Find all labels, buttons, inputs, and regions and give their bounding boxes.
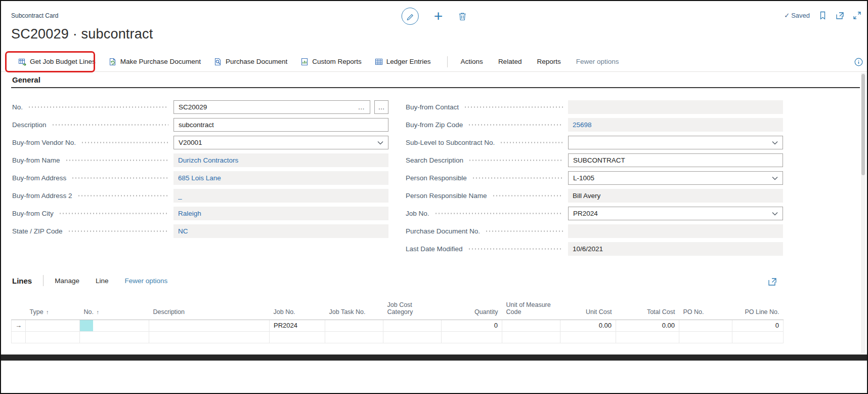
- lines-header-divider: [43, 275, 44, 286]
- cell-no[interactable]: [80, 320, 149, 331]
- column-header-po-no[interactable]: PO No.: [679, 299, 732, 320]
- cell-job-task-no[interactable]: [325, 331, 383, 343]
- lines-heading[interactable]: Lines: [12, 277, 32, 285]
- column-header-description[interactable]: Description: [149, 299, 270, 320]
- cell-quantity[interactable]: [442, 331, 502, 343]
- lines-tab-line[interactable]: Line: [96, 277, 109, 285]
- field-value: SC20029: [179, 103, 355, 111]
- dotted-leader: [485, 230, 563, 232]
- menu-fewer-options[interactable]: Fewer options: [576, 58, 619, 65]
- field-buy-from-city: Buy-from City Raleigh: [12, 207, 388, 220]
- dotted-leader: [492, 195, 563, 196]
- field-label: State / ZIP Code: [12, 227, 63, 235]
- assist-edit-button[interactable]: …: [374, 100, 388, 114]
- cell-quantity[interactable]: 0: [442, 320, 502, 331]
- job-no-select[interactable]: PR2024: [568, 207, 783, 220]
- cell-unit-cost[interactable]: 0.00: [560, 320, 616, 331]
- focus-mode-button[interactable]: [853, 12, 861, 19]
- column-header-quantity[interactable]: Quantity: [442, 299, 502, 320]
- field-search-description: Search Description SUBCONTRACT: [406, 153, 783, 167]
- cell-unit-cost[interactable]: [560, 331, 616, 343]
- cell-type[interactable]: [26, 331, 80, 343]
- field-label: Purchase Document No.: [406, 227, 480, 235]
- cell-unit-of-measure-code[interactable]: [502, 331, 560, 343]
- column-header-total-cost[interactable]: Total Cost: [616, 299, 679, 320]
- buy-from-vendor-no-select[interactable]: V20001: [173, 136, 388, 149]
- menu-actions[interactable]: Actions: [461, 58, 483, 65]
- make-purchase-document-icon: [109, 58, 117, 66]
- cell-job-cost-category[interactable]: [383, 320, 442, 331]
- column-header-job-cost-category[interactable]: Job Cost Category: [383, 299, 442, 320]
- cell-po-no[interactable]: [679, 331, 732, 343]
- ledger-entries-icon: [375, 58, 383, 66]
- cell-job-no[interactable]: [270, 331, 325, 343]
- delete-button[interactable]: [458, 12, 466, 21]
- cell-job-no[interactable]: PR2024: [270, 320, 325, 331]
- cell-description[interactable]: [149, 320, 270, 331]
- field-value-link[interactable]: NC: [178, 227, 384, 235]
- field-value-link[interactable]: 685 Lois Lane: [178, 174, 384, 182]
- field-value-link[interactable]: 25698: [573, 121, 778, 129]
- open-in-new-window-button[interactable]: [836, 12, 844, 20]
- new-button[interactable]: +: [434, 9, 443, 24]
- cell-po-no[interactable]: [679, 320, 732, 331]
- column-header-unit-of-measure-code[interactable]: Unit of Measure Code: [502, 299, 560, 320]
- column-header-job-no[interactable]: Job No.: [270, 299, 325, 320]
- cell-po-line-no[interactable]: 0: [732, 320, 784, 331]
- scrollbar-thumb[interactable]: [861, 74, 865, 175]
- field-label: Search Description: [406, 156, 463, 164]
- save-status: ✓ Saved: [784, 12, 810, 19]
- column-header-unit-cost[interactable]: Unit Cost: [560, 299, 616, 320]
- inline-lookup-icon[interactable]: …: [358, 103, 366, 111]
- person-responsible-select[interactable]: L-1005: [568, 171, 783, 185]
- row-selector-header: [12, 299, 26, 320]
- vertical-scrollbar[interactable]: [861, 73, 865, 353]
- column-header-po-line-no[interactable]: PO Line No.: [732, 299, 784, 320]
- cell-po-line-no[interactable]: [732, 331, 784, 343]
- cell-description[interactable]: [149, 331, 270, 343]
- dotted-leader: [468, 248, 563, 250]
- cell-job-task-no[interactable]: [325, 320, 383, 331]
- lines-tab-fewer-options[interactable]: Fewer options: [125, 277, 168, 285]
- row-selector-cell[interactable]: →: [12, 320, 26, 331]
- dotted-leader: [464, 106, 563, 108]
- open-lines-in-excel-button[interactable]: [768, 278, 777, 288]
- action-custom-reports[interactable]: Custom Reports: [300, 58, 362, 66]
- action-ledger-entries[interactable]: Ledger Entries: [375, 58, 431, 66]
- menu-reports[interactable]: Reports: [537, 58, 560, 65]
- lines-header-row: Type ↑ No. ↑ Description Job No. Job Tas…: [12, 299, 784, 320]
- field-value: Bill Avery: [573, 192, 778, 200]
- field-value-link[interactable]: Raleigh: [178, 210, 384, 217]
- sub-level-to-subcontract-no-select[interactable]: [568, 136, 783, 149]
- cell-job-cost-category[interactable]: [383, 331, 442, 343]
- menu-related[interactable]: Related: [498, 58, 522, 65]
- field-value-link[interactable]: Durizch Contractors: [178, 156, 384, 164]
- column-header-no[interactable]: No. ↑: [80, 299, 149, 320]
- row-selector-cell[interactable]: [12, 331, 26, 343]
- field-buy-from-address-2: Buy-from Address 2 _: [12, 189, 388, 203]
- cell-unit-of-measure-code[interactable]: [502, 320, 560, 331]
- description-input[interactable]: subcontract: [173, 118, 388, 132]
- cell-total-cost[interactable]: 0.00: [616, 320, 679, 331]
- bookmark-button[interactable]: [819, 11, 827, 20]
- top-center-actions: +: [402, 8, 467, 25]
- edit-button[interactable]: [402, 8, 419, 25]
- cell-type[interactable]: [26, 320, 80, 331]
- action-purchase-document[interactable]: Purchase Document: [214, 58, 287, 66]
- lines-tab-manage[interactable]: Manage: [55, 277, 79, 285]
- action-get-job-budget-lines[interactable]: Get Job Budget Lines: [18, 58, 96, 66]
- lines-section-header: Lines Manage Line Fewer options: [12, 275, 184, 286]
- field-value-link[interactable]: _: [178, 192, 384, 200]
- info-button[interactable]: [854, 58, 863, 68]
- field-label: Buy-from City: [12, 210, 54, 217]
- search-description-input[interactable]: SUBCONTRACT: [568, 153, 783, 167]
- action-make-purchase-document[interactable]: Make Purchase Document: [109, 58, 201, 66]
- field-label: Buy-from Vendor No.: [12, 139, 76, 146]
- column-header-type[interactable]: Type ↑: [26, 299, 80, 320]
- field-value: subcontract: [179, 121, 383, 129]
- general-section-heading[interactable]: General: [12, 75, 40, 84]
- column-header-job-task-no[interactable]: Job Task No.: [325, 299, 383, 320]
- cell-total-cost[interactable]: [616, 331, 679, 343]
- no-input[interactable]: SC20029 …: [173, 100, 370, 114]
- cell-no[interactable]: [80, 331, 149, 343]
